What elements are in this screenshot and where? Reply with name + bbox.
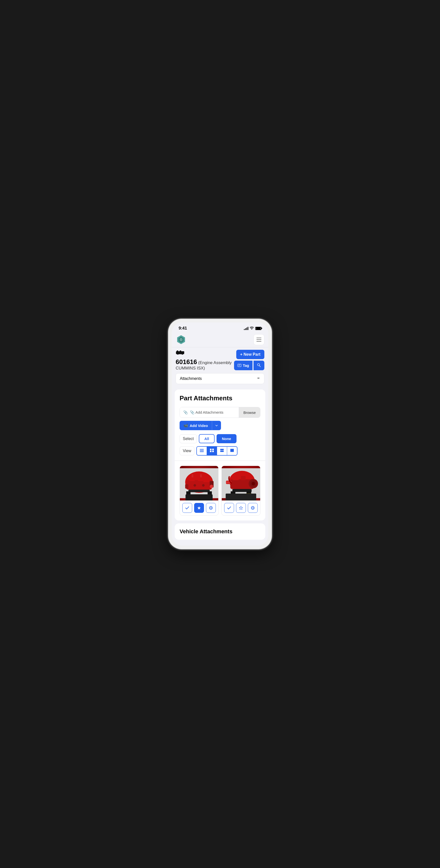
app-logo-icon xyxy=(176,334,187,345)
svg-point-9 xyxy=(182,354,183,355)
add-video-dropdown-button[interactable] xyxy=(212,421,221,430)
hamburger-menu-button[interactable] xyxy=(253,334,264,345)
app-header xyxy=(172,332,268,347)
svg-rect-38 xyxy=(189,490,210,492)
part-header: 601616 (Engine Assembly CUMMINS ISX) + N… xyxy=(172,347,268,386)
paperclip-icon: 📎 xyxy=(183,410,188,415)
svg-rect-35 xyxy=(185,484,189,488)
image-grid xyxy=(179,466,261,516)
vehicle-attachments-card: Vehicle Attachments xyxy=(175,523,265,540)
tag-label: Tag xyxy=(243,363,249,368)
dropdown-chevron-icon xyxy=(257,376,260,381)
status-time: 9:41 xyxy=(179,326,187,331)
svg-rect-20 xyxy=(210,451,212,452)
tag-search-row: Tag xyxy=(234,361,264,370)
attachment-check-button-2[interactable] xyxy=(224,503,234,513)
attachment-star-button-2[interactable] xyxy=(236,503,246,513)
select-row: Select All None xyxy=(179,434,261,443)
add-video-label: Add Video xyxy=(190,424,208,428)
part-attachments-title: Part Attachments xyxy=(179,395,261,402)
attachments-dropdown[interactable]: Attachments xyxy=(176,373,264,384)
view-options xyxy=(196,446,237,456)
dropdown-selected-value: Attachments xyxy=(180,376,202,381)
svg-rect-50 xyxy=(241,476,246,480)
attachment-image-2 xyxy=(222,466,260,500)
svg-rect-56 xyxy=(247,494,251,494)
browse-button[interactable]: Browse xyxy=(239,407,260,417)
phone-screen: 9:41 xyxy=(172,322,268,546)
svg-rect-18 xyxy=(210,449,212,450)
engine-icon xyxy=(176,350,184,357)
svg-rect-22 xyxy=(220,449,224,450)
svg-rect-15 xyxy=(200,449,204,450)
svg-rect-54 xyxy=(231,491,235,496)
attachment-item-1 xyxy=(179,466,218,516)
part-header-buttons: + New Part Tag xyxy=(234,350,264,370)
select-label: Select xyxy=(179,434,197,443)
svg-point-37 xyxy=(210,485,213,488)
new-part-button[interactable]: + New Part xyxy=(236,350,264,359)
svg-rect-39 xyxy=(186,491,191,496)
view-grid-md-button[interactable] xyxy=(217,447,227,455)
svg-rect-49 xyxy=(232,475,239,480)
status-icons xyxy=(244,326,261,330)
attachment-item-2 xyxy=(222,466,261,516)
svg-point-13 xyxy=(258,364,260,366)
svg-rect-55 xyxy=(247,491,251,496)
tag-button[interactable]: Tag xyxy=(234,361,252,370)
attachment-globe-button-2[interactable] xyxy=(248,503,258,513)
view-grid-lg-button[interactable] xyxy=(227,447,237,455)
svg-rect-19 xyxy=(212,449,214,450)
select-none-button[interactable]: None xyxy=(216,434,237,443)
phone-frame: 9:41 xyxy=(168,319,272,549)
svg-point-33 xyxy=(193,484,196,487)
svg-point-48 xyxy=(251,482,255,486)
main-content: Part Attachments 📎 📎 Add Attachments Bro… xyxy=(172,386,268,546)
hamburger-line-3 xyxy=(257,341,261,342)
svg-rect-21 xyxy=(212,451,214,452)
attachment-check-button-1[interactable] xyxy=(182,503,192,513)
search-button[interactable] xyxy=(253,361,264,370)
svg-marker-41 xyxy=(197,506,201,509)
add-attachments-field[interactable]: 📎 📎 Add Attachments xyxy=(180,407,239,417)
svg-rect-30 xyxy=(203,478,210,482)
svg-marker-57 xyxy=(239,506,243,509)
svg-rect-23 xyxy=(220,451,224,452)
svg-point-8 xyxy=(177,354,179,355)
view-row: View xyxy=(179,446,261,456)
svg-rect-5 xyxy=(180,350,181,352)
part-attachments-card: Part Attachments 📎 📎 Add Attachments Bro… xyxy=(175,390,265,521)
svg-rect-24 xyxy=(230,449,234,452)
attachment-image-1 xyxy=(180,466,218,500)
select-all-button[interactable]: All xyxy=(199,434,214,443)
svg-rect-4 xyxy=(177,350,178,352)
hamburger-line-2 xyxy=(257,339,261,340)
view-label: View xyxy=(179,446,194,455)
add-video-row: 📹 Add Video xyxy=(179,421,261,430)
attachment-actions-1 xyxy=(180,500,218,515)
svg-point-34 xyxy=(202,484,204,487)
view-list-button[interactable] xyxy=(197,447,207,455)
part-header-top: 601616 (Engine Assembly CUMMINS ISX) + N… xyxy=(176,350,264,371)
view-grid-sm-button[interactable] xyxy=(207,447,217,455)
status-bar: 9:41 xyxy=(172,322,268,332)
svg-rect-7 xyxy=(176,352,177,353)
svg-rect-16 xyxy=(200,450,204,451)
battery-icon xyxy=(255,327,261,330)
part-header-left: 601616 (Engine Assembly CUMMINS ISX) xyxy=(176,350,234,371)
signal-bars-icon xyxy=(244,327,248,330)
svg-rect-10 xyxy=(238,364,241,367)
video-icon: 📹 xyxy=(183,423,188,428)
add-attachments-row: 📎 📎 Add Attachments Browse xyxy=(179,407,261,418)
wifi-icon xyxy=(250,326,254,330)
svg-rect-17 xyxy=(200,452,204,452)
attachment-globe-button-1[interactable] xyxy=(206,503,216,513)
add-attachments-label: 📎 Add Attachments xyxy=(190,410,224,415)
svg-rect-31 xyxy=(192,474,193,477)
add-video-button[interactable]: 📹 Add Video xyxy=(179,421,212,430)
svg-rect-40 xyxy=(208,491,212,496)
hamburger-line-1 xyxy=(257,338,261,338)
engine-icon-row xyxy=(176,350,234,357)
attachment-star-button-1[interactable] xyxy=(194,503,204,513)
svg-rect-6 xyxy=(183,351,184,353)
